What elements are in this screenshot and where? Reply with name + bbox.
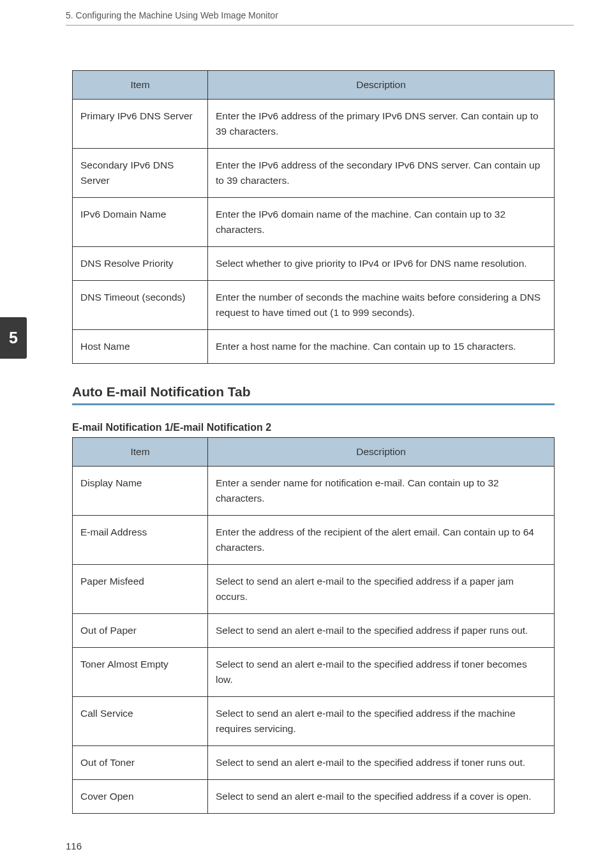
table-row: Paper Misfeed Select to send an alert e-…: [73, 565, 555, 614]
cell-desc: Enter the IPv6 address of the primary IP…: [208, 100, 555, 149]
table-row: Host Name Enter a host name for the mach…: [73, 330, 555, 364]
table-header-row: Item Description: [73, 71, 555, 100]
cell-desc: Enter the number of seconds the machine …: [208, 281, 555, 330]
table-row: Out of Paper Select to send an alert e-m…: [73, 614, 555, 648]
cell-desc: Enter the IPv6 domain name of the machin…: [208, 198, 555, 247]
email-notification-table: Item Description Display Name Enter a se…: [72, 437, 555, 814]
table-row: Secondary IPv6 DNS Server Enter the IPv6…: [73, 149, 555, 198]
column-header-item: Item: [73, 438, 208, 467]
page-number: 116: [66, 841, 82, 851]
table-row: Cover Open Select to send an alert e-mai…: [73, 780, 555, 814]
cell-item: Toner Almost Empty: [73, 648, 208, 697]
breadcrumb: 5. Configuring the Machine Using Web Ima…: [66, 10, 278, 20]
cell-item: Out of Toner: [73, 746, 208, 780]
cell-desc: Enter a sender name for notification e-m…: [208, 467, 555, 516]
cell-item: Primary IPv6 DNS Server: [73, 100, 208, 149]
table-row: DNS Timeout (seconds) Enter the number o…: [73, 281, 555, 330]
cell-item: Call Service: [73, 697, 208, 746]
table-row: Display Name Enter a sender name for not…: [73, 467, 555, 516]
dns-settings-table: Item Description Primary IPv6 DNS Server…: [72, 70, 555, 364]
table-header-row: Item Description: [73, 438, 555, 467]
table-row: E-mail Address Enter the address of the …: [73, 516, 555, 565]
cell-item: Secondary IPv6 DNS Server: [73, 149, 208, 198]
cell-desc: Enter the IPv6 address of the secondary …: [208, 149, 555, 198]
column-header-description: Description: [208, 71, 555, 100]
cell-item: Paper Misfeed: [73, 565, 208, 614]
chapter-tab: 5: [0, 317, 27, 359]
cell-desc: Enter a host name for the machine. Can c…: [208, 330, 555, 364]
column-header-description: Description: [208, 438, 555, 467]
cell-item: IPv6 Domain Name: [73, 198, 208, 247]
table-row: Out of Toner Select to send an alert e-m…: [73, 746, 555, 780]
cell-desc: Select to send an alert e-mail to the sp…: [208, 697, 555, 746]
section-heading: Auto E-mail Notification Tab: [72, 384, 555, 405]
sub-heading: E-mail Notification 1/E-mail Notificatio…: [72, 422, 555, 433]
cell-item: Cover Open: [73, 780, 208, 814]
cell-item: DNS Resolve Priority: [73, 247, 208, 281]
column-header-item: Item: [73, 71, 208, 100]
cell-item: E-mail Address: [73, 516, 208, 565]
chapter-number: 5: [9, 329, 18, 347]
cell-item: Out of Paper: [73, 614, 208, 648]
cell-desc: Select to send an alert e-mail to the sp…: [208, 780, 555, 814]
content-area: Item Description Primary IPv6 DNS Server…: [72, 70, 555, 833]
cell-desc: Select to send an alert e-mail to the sp…: [208, 746, 555, 780]
cell-item: DNS Timeout (seconds): [73, 281, 208, 330]
cell-item: Display Name: [73, 467, 208, 516]
table-row: DNS Resolve Priority Select whether to g…: [73, 247, 555, 281]
cell-desc: Select whether to give priority to IPv4 …: [208, 247, 555, 281]
cell-desc: Select to send an alert e-mail to the sp…: [208, 614, 555, 648]
table-row: IPv6 Domain Name Enter the IPv6 domain n…: [73, 198, 555, 247]
cell-item: Host Name: [73, 330, 208, 364]
cell-desc: Enter the address of the recipient of th…: [208, 516, 555, 565]
cell-desc: Select to send an alert e-mail to the sp…: [208, 648, 555, 697]
page-header: 5. Configuring the Machine Using Web Ima…: [66, 10, 574, 26]
cell-desc: Select to send an alert e-mail to the sp…: [208, 565, 555, 614]
table-row: Primary IPv6 DNS Server Enter the IPv6 a…: [73, 100, 555, 149]
table-row: Call Service Select to send an alert e-m…: [73, 697, 555, 746]
table-row: Toner Almost Empty Select to send an ale…: [73, 648, 555, 697]
